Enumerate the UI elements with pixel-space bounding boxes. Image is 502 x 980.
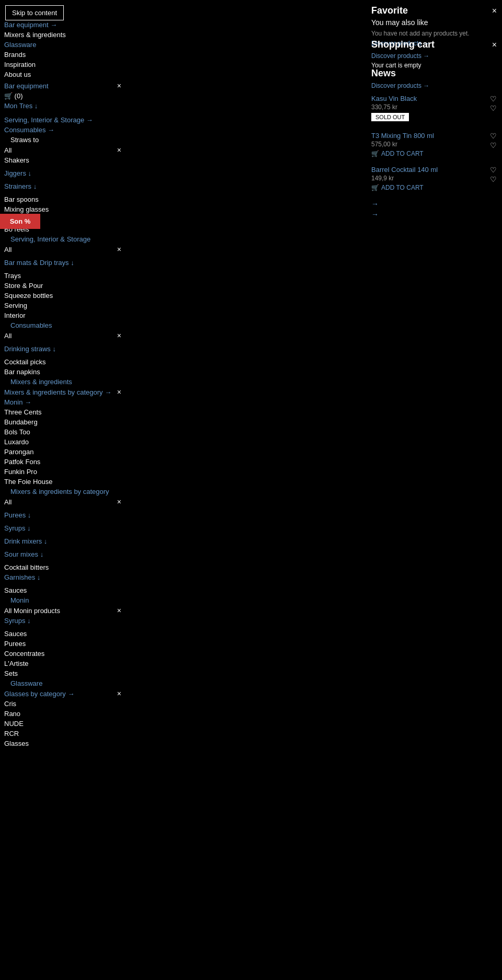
nav-mon-tres[interactable]: Mon Tres ↓ bbox=[4, 101, 121, 111]
nav-lartiste[interactable]: L'Artiste bbox=[4, 659, 121, 668]
nav-all-3: All × bbox=[4, 330, 121, 341]
nav-bar-napkins[interactable]: Bar napkins bbox=[4, 367, 121, 377]
nav-rano[interactable]: Rano bbox=[4, 709, 121, 719]
nav-straws-sub: Straws to bbox=[4, 135, 121, 145]
nav-all-2: All × bbox=[4, 244, 121, 255]
nav-three-cents[interactable]: Three Cents bbox=[4, 407, 121, 417]
arrow-link-1[interactable]: → bbox=[371, 200, 497, 208]
nav-sets[interactable]: Sets bbox=[4, 668, 121, 678]
close-mixers-category[interactable]: × bbox=[117, 388, 121, 396]
nav-all-4: All × bbox=[4, 497, 121, 507]
nav-luxardo[interactable]: Luxardo bbox=[4, 437, 121, 447]
shopping-cart-title: Shopping cart bbox=[371, 39, 435, 50]
left-navigation: Bar equipment → Mixers & ingredients Gla… bbox=[0, 0, 126, 754]
cart-discover-link[interactable]: Discover products → bbox=[371, 52, 497, 60]
nav-serving[interactable]: Serving bbox=[4, 301, 121, 310]
nav-garnishes[interactable]: Garnishes ↓ bbox=[4, 572, 121, 582]
add-to-cart-barrel[interactable]: 🛒 ADD TO CART bbox=[371, 184, 424, 191]
news-discover-link[interactable]: Discover products → bbox=[371, 82, 497, 89]
nav-patfok-fons[interactable]: Patfok Fons bbox=[4, 457, 121, 467]
product-kasu-vin: Kasu Vin Black 330,75 kr ♡ ♡ SOLD OUT bbox=[371, 95, 497, 123]
close-favorite-button[interactable]: × bbox=[492, 6, 497, 16]
add-to-cart-t3[interactable]: 🛒 ADD TO CART bbox=[371, 150, 424, 157]
product-barrel: Barrel Cocktail 140 ml 149,9 kr ♡ ♡ 🛒 AD… bbox=[371, 166, 497, 191]
nav-item-bar-equipment[interactable]: Bar equipment → bbox=[4, 20, 121, 30]
arrow-link-2[interactable]: → bbox=[371, 210, 497, 218]
nav-monin-sub: Monin bbox=[4, 595, 121, 605]
nav-serving-sub: Serving, Interior & Storage bbox=[4, 234, 121, 244]
news-panel: News Discover products → Kasu Vin Black … bbox=[366, 63, 502, 224]
nav-cris[interactable]: Cris bbox=[4, 699, 121, 709]
nav-drink-mixers[interactable]: Drink mixers ↓ bbox=[4, 536, 121, 546]
nav-funkin-pro[interactable]: Funkin Pro bbox=[4, 467, 121, 477]
product-2-heart2[interactable]: ♡ bbox=[490, 141, 497, 149]
nav-glasses[interactable]: Glasses bbox=[4, 739, 121, 748]
nav-sauces[interactable]: Sauces bbox=[4, 585, 121, 595]
product-3-name: Barrel Cocktail 140 ml bbox=[371, 166, 438, 174]
nav-jiggers[interactable]: Jiggers ↓ bbox=[4, 168, 121, 178]
nav-purees2[interactable]: Purees bbox=[4, 639, 121, 649]
nav-mixers-sub: Mixers & ingredients bbox=[4, 377, 121, 387]
close-all-4[interactable]: × bbox=[117, 498, 121, 506]
nav-item-mixers[interactable]: Mixers & ingredients bbox=[4, 30, 121, 40]
nav-glasses-by-category[interactable]: Glasses by category → × bbox=[4, 688, 121, 699]
product-2-heart[interactable]: ♡ bbox=[490, 132, 497, 140]
nav-cocktail-bitters[interactable]: Cocktail bitters bbox=[4, 562, 121, 572]
close-monin[interactable]: × bbox=[117, 606, 121, 615]
nav-all-monin: All Monin products × bbox=[4, 605, 121, 616]
close-cart-button[interactable]: × bbox=[492, 40, 497, 50]
nav-mixing-glasses[interactable]: Mixing glasses bbox=[4, 204, 121, 214]
nav-cocktail-picks[interactable]: Cocktail picks bbox=[4, 357, 121, 367]
nav-item-about-us[interactable]: About us bbox=[4, 70, 121, 79]
nav-item-glassware[interactable]: Glassware bbox=[4, 40, 121, 50]
nav-bar-spoons[interactable]: Bar spoons bbox=[4, 194, 121, 204]
nav-rcr[interactable]: RCR bbox=[4, 729, 121, 739]
nav-mixers-by-cat-sub: Mixers & ingredients by category bbox=[4, 487, 121, 497]
product-1-price: 330,75 kr bbox=[371, 103, 417, 111]
nav-interior[interactable]: Interior bbox=[4, 310, 121, 320]
nav-bundaberg[interactable]: Bundaberg bbox=[4, 417, 121, 427]
nav-consumables[interactable]: Consumables → bbox=[4, 125, 121, 135]
nav-drinking-straws[interactable]: Drinking straws ↓ bbox=[4, 344, 121, 354]
nav-purees[interactable]: Purees ↓ bbox=[4, 510, 121, 520]
nav-shakers[interactable]: Shakers bbox=[4, 155, 121, 165]
product-1-sold-out: SOLD OUT bbox=[371, 113, 409, 121]
nav-nude[interactable]: NUDE bbox=[4, 719, 121, 729]
product-1-heart[interactable]: ♡ bbox=[490, 95, 497, 103]
product-1-heart2[interactable]: ♡ bbox=[490, 104, 497, 112]
nav-foie-house[interactable]: The Foie House bbox=[4, 477, 121, 487]
nav-bols-too[interactable]: Bols Too bbox=[4, 427, 121, 437]
product-1-name: Kasu Vin Black bbox=[371, 95, 417, 102]
favorite-title: Favorite bbox=[371, 5, 408, 16]
nav-sauces2[interactable]: Sauces bbox=[4, 629, 121, 639]
nav-bar-mats[interactable]: Bar mats & Drip trays ↓ bbox=[4, 258, 121, 268]
nav-cart[interactable]: 🛒 (0) bbox=[4, 91, 121, 101]
nav-store-pour[interactable]: Store & Pour bbox=[4, 281, 121, 291]
skip-to-content-button[interactable]: Skip to content bbox=[5, 5, 64, 20]
nav-glassware-sub: Glassware bbox=[4, 678, 121, 688]
nav-squeeze-bottles[interactable]: Squeeze bottles bbox=[4, 291, 121, 301]
nav-parongan[interactable]: Parongan bbox=[4, 447, 121, 457]
product-3-heart2[interactable]: ♡ bbox=[490, 175, 497, 183]
product-2-name: T3 Mixing Tin 800 ml bbox=[371, 132, 434, 140]
nav-sour-mixes[interactable]: Sour mixes ↓ bbox=[4, 549, 121, 559]
nav-concentrates[interactable]: Concentrates bbox=[4, 649, 121, 659]
nav-item-inspiration[interactable]: Inspiration bbox=[4, 60, 121, 70]
nav-all-1: All × bbox=[4, 145, 121, 155]
nav-trays[interactable]: Trays bbox=[4, 271, 121, 281]
nav-syrups2[interactable]: Syrups ↓ bbox=[4, 616, 121, 626]
close-all-1[interactable]: × bbox=[117, 146, 121, 154]
arrow-links: → → bbox=[371, 200, 497, 218]
nav-mixers-by-category[interactable]: Mixers & ingredients by category → × bbox=[4, 387, 121, 397]
close-all-2[interactable]: × bbox=[117, 245, 121, 253]
nav-serving-interior[interactable]: Serving, Interior & Storage → bbox=[4, 115, 121, 125]
close-bar-equipment[interactable]: × bbox=[117, 82, 121, 90]
nav-monin[interactable]: Monin → bbox=[4, 397, 121, 407]
product-3-heart[interactable]: ♡ bbox=[490, 166, 497, 174]
nav-syrups[interactable]: Syrups ↓ bbox=[4, 523, 121, 533]
news-title: News bbox=[371, 68, 497, 79]
nav-strainers[interactable]: Strainers ↓ bbox=[4, 181, 121, 191]
close-all-3[interactable]: × bbox=[117, 331, 121, 340]
nav-item-brands[interactable]: Brands bbox=[4, 50, 121, 60]
close-glasses-category[interactable]: × bbox=[117, 689, 121, 698]
